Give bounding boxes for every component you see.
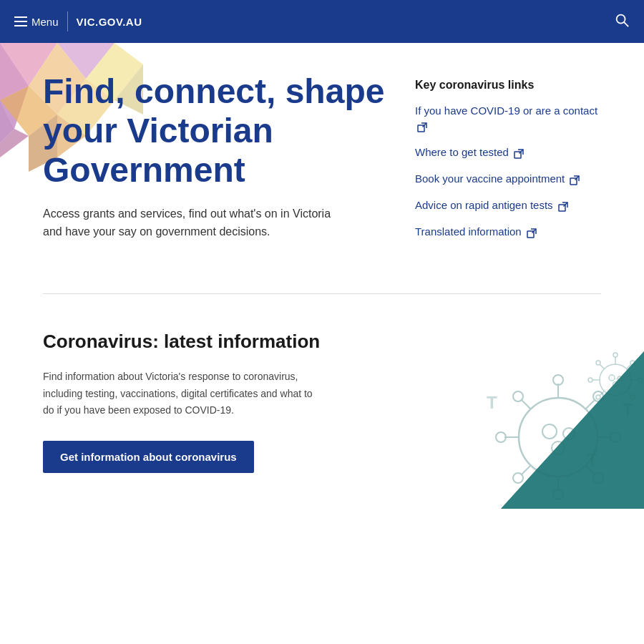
book-vaccine-item: Book your vaccine appointment xyxy=(415,171,601,186)
hero-description: Access grants and services, find out wha… xyxy=(43,205,343,241)
key-links-title: Key coronavirus links xyxy=(415,79,601,92)
external-link-icon xyxy=(558,200,568,210)
external-link-icon xyxy=(527,227,537,237)
rapid-antigen-item: Advice on rapid antigen tests xyxy=(415,197,601,213)
external-link-icon xyxy=(417,121,427,131)
svg-point-44 xyxy=(496,432,506,442)
svg-text:T: T xyxy=(623,400,633,419)
svg-point-28 xyxy=(542,424,557,439)
corona-title: Coronavirus: latest information xyxy=(43,330,329,354)
search-button[interactable] xyxy=(614,12,630,31)
menu-label: Menu xyxy=(31,16,59,28)
svg-point-52 xyxy=(613,353,618,357)
hero-right: Key coronavirus links If you have COVID-… xyxy=(415,72,601,250)
search-icon xyxy=(614,18,630,30)
menu-button[interactable]: Menu xyxy=(14,16,59,28)
svg-point-32 xyxy=(553,375,563,385)
site-domain[interactable]: VIC.GOV.AU xyxy=(77,16,142,28)
svg-text:T: T xyxy=(587,450,597,469)
svg-point-0 xyxy=(617,15,625,24)
rapid-antigen-link[interactable]: Advice on rapid antigen tests xyxy=(415,199,568,211)
svg-text:T: T xyxy=(487,393,497,412)
external-link-icon xyxy=(514,147,524,157)
svg-line-63 xyxy=(600,364,605,369)
corona-description: Find information about Victoria's respon… xyxy=(43,369,315,419)
teal-virus-illustration: T T T xyxy=(372,308,644,509)
svg-point-48 xyxy=(609,375,615,381)
coronavirus-section: Coronavirus: latest information Find inf… xyxy=(0,294,644,509)
svg-line-41 xyxy=(521,465,531,475)
where-tested-link[interactable]: Where to get tested xyxy=(415,146,524,158)
svg-point-42 xyxy=(513,473,523,483)
covid-contact-link[interactable]: If you have COVID-19 or are a contact xyxy=(415,104,597,132)
svg-line-1 xyxy=(624,22,628,26)
where-tested-item: Where to get tested xyxy=(415,145,601,160)
corona-button[interactable]: Get information about coronavirus xyxy=(43,441,254,473)
header-divider xyxy=(67,11,68,31)
svg-line-45 xyxy=(521,399,531,409)
hero-section: Find, connect, shape your Victorian Gove… xyxy=(0,43,644,293)
book-vaccine-link[interactable]: Book your vaccine appointment xyxy=(415,172,580,185)
external-link-icon xyxy=(570,174,580,184)
hero-content: Find, connect, shape your Victorian Gove… xyxy=(0,43,644,293)
translated-info-link[interactable]: Translated information xyxy=(415,225,537,238)
svg-point-64 xyxy=(596,361,600,365)
hero-title: Find, connect, shape your Victorian Gove… xyxy=(43,72,386,190)
covid-contact-item: If you have COVID-19 or are a contact xyxy=(415,103,601,133)
svg-point-62 xyxy=(588,378,592,382)
svg-point-60 xyxy=(596,395,600,399)
corona-left: Coronavirus: latest information Find inf… xyxy=(43,330,329,509)
hero-left: Find, connect, shape your Victorian Gove… xyxy=(43,72,386,250)
svg-point-46 xyxy=(513,391,523,401)
translated-info-item: Translated information xyxy=(415,224,601,239)
header-left: Menu VIC.GOV.AU xyxy=(14,11,142,31)
site-header: Menu VIC.GOV.AU xyxy=(0,0,644,43)
corona-right: T T T xyxy=(358,330,601,509)
hamburger-icon xyxy=(14,16,27,26)
